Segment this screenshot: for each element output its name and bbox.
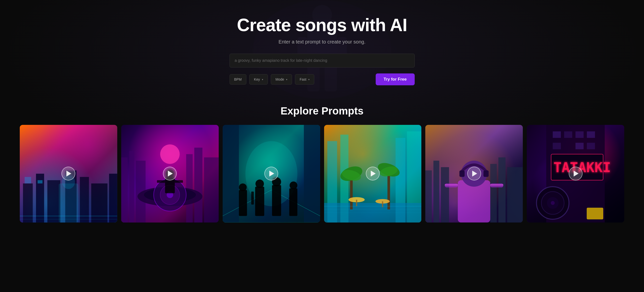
key-label: Key <box>254 77 260 81</box>
hero-section: Create songs with AI Enter a text prompt… <box>0 0 644 95</box>
bpm-input[interactable]: BPM <box>230 74 246 85</box>
search-container <box>230 54 415 68</box>
play-overlay-2 <box>121 125 219 223</box>
prompts-grid: TATAKKI <box>20 125 624 223</box>
mode-dropdown[interactable]: Mode ▾ <box>271 74 292 85</box>
prompt-card-4[interactable] <box>324 125 422 223</box>
play-overlay-5 <box>425 125 523 223</box>
search-input[interactable] <box>230 54 415 68</box>
key-dropdown[interactable]: Key ▾ <box>249 74 268 85</box>
fast-dropdown[interactable]: Fast ▾ <box>295 74 314 85</box>
mode-label: Mode <box>276 77 284 81</box>
mode-arrow: ▾ <box>286 78 287 81</box>
try-free-button[interactable]: Try for Free <box>376 73 415 85</box>
play-overlay-1 <box>20 125 117 223</box>
bpm-label: BPM <box>234 77 242 81</box>
hero-subtitle: Enter a text prompt to create your song. <box>278 39 365 45</box>
play-button-4[interactable] <box>366 167 380 181</box>
controls-row: BPM Key ▾ Mode ▾ Fast ▾ Try for Free <box>230 73 415 85</box>
play-button-6[interactable] <box>569 167 582 181</box>
prompt-card-1[interactable] <box>20 125 117 223</box>
play-button-2[interactable] <box>163 167 177 181</box>
page-wrapper: Create songs with AI Enter a text prompt… <box>0 0 644 292</box>
key-arrow: ▾ <box>262 78 263 81</box>
prompt-card-6[interactable]: TATAKKI <box>527 125 624 223</box>
fast-label: Fast <box>300 77 306 81</box>
play-overlay-6 <box>527 125 624 223</box>
fast-arrow: ▾ <box>308 78 310 81</box>
hero-title: Create songs with AI <box>237 15 407 35</box>
play-overlay-4 <box>324 125 422 223</box>
prompt-card-2[interactable] <box>121 125 219 223</box>
play-button-3[interactable] <box>264 167 278 181</box>
explore-title: Explore Prompts <box>20 105 624 117</box>
play-button-1[interactable] <box>62 167 75 181</box>
prompt-card-5[interactable] <box>425 125 523 223</box>
play-overlay-3 <box>223 125 320 223</box>
play-button-5[interactable] <box>467 167 481 181</box>
prompt-card-3[interactable] <box>223 125 320 223</box>
explore-section: Explore Prompts <box>0 95 644 237</box>
